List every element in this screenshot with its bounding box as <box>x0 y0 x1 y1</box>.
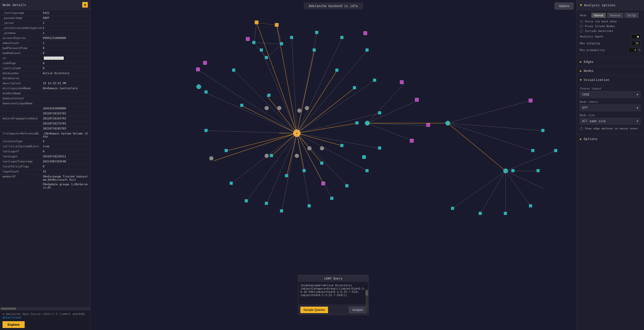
explore-button[interactable]: Explore <box>3 321 25 328</box>
svg-rect-67 <box>355 121 358 124</box>
edges-label: Edges <box>584 60 593 64</box>
property-row: accountExpires99991231000000 <box>0 36 90 41</box>
svg-point-99 <box>265 106 269 110</box>
nodes-label: Nodes <box>584 69 593 73</box>
show-edge-methods-radio[interactable] <box>580 127 583 130</box>
twitter-link[interactable]: @lkarlslund <box>3 316 21 319</box>
property-row: _server1 <box>0 21 90 26</box>
options-chevron: ▶ <box>580 137 582 141</box>
prop-value: 20220718165703 <box>43 117 66 121</box>
property-row: adminCount1 <box>0 41 90 46</box>
prop-key: memberOf <box>3 175 43 181</box>
svg-rect-92 <box>400 80 404 84</box>
analysis-depth-row: Analysis depth ■ <box>580 34 640 39</box>
visualization-section: Choose layout COSE ▼ Node labels Off ▼ N… <box>576 84 644 134</box>
node-details-header: Node details X <box>0 0 90 10</box>
horizontal-scrollbar[interactable] <box>0 307 90 310</box>
svg-rect-131 <box>511 169 514 172</box>
force-too-much-data-radio[interactable] <box>580 20 583 23</box>
property-row: dsCorePropagationData20220718165703 <box>0 116 90 121</box>
force-too-much-data-row: Force too much data <box>580 20 640 23</box>
sample-queries-button[interactable]: Sample Queries <box>300 307 328 313</box>
ldap-scroll-thumb[interactable] <box>366 291 368 296</box>
visualization-section-header[interactable]: ▼ Visualization <box>576 75 644 84</box>
svg-point-102 <box>305 106 309 110</box>
options-section-header[interactable]: ▶ Options <box>576 134 644 143</box>
prop-value: 0 <box>43 67 45 70</box>
prop-key: lastLogon <box>3 155 43 159</box>
min-probability-label: Min probability <box>580 49 629 52</box>
prop-value: 0 <box>43 165 45 169</box>
prune-island-nodes-radio[interactable] <box>580 25 583 28</box>
svg-rect-83 <box>265 202 268 205</box>
graph-area[interactable]: Adalanche backend is idle Options <box>91 0 576 330</box>
property-row: _lastloginage5422 <box>0 11 90 16</box>
prop-value: 20220718185703 <box>43 127 66 131</box>
property-row: instanceType4 <box>0 139 90 144</box>
svg-rect-90 <box>246 37 250 41</box>
property-row: memberOfCN=Exchange Trusted Subsystem,OU… <box>0 174 90 182</box>
svg-rect-62 <box>270 154 273 157</box>
ldap-query-box: LDAP Query (&(dataLoader=Active Director… <box>298 275 369 315</box>
property-row: _passwordage5897 <box>0 16 90 21</box>
svg-rect-93 <box>415 98 419 102</box>
svg-rect-57 <box>267 94 270 97</box>
property-row: CN=Update groupe 1,OU=Servers,DC <box>0 182 90 190</box>
mode-row: Mode Normal Reverse SrcTgt <box>580 13 640 18</box>
nodes-section-header[interactable]: ▶ Nodes <box>576 66 644 75</box>
svg-rect-125 <box>537 169 540 172</box>
node-labels-select[interactable]: Off ▼ <box>580 105 640 111</box>
svg-rect-123 <box>541 129 544 132</box>
prop-value: 19 12:32:52 PM <box>43 82 66 85</box>
prop-value: 20220718220311 <box>43 155 66 159</box>
node-size-chevron: ▼ <box>636 120 638 123</box>
options-button[interactable]: Options <box>555 3 574 10</box>
horizontal-scroll-thumb[interactable] <box>1 308 16 310</box>
mode-btn-normal[interactable]: Normal <box>591 13 606 18</box>
prop-value: 20221002103540 <box>43 160 66 164</box>
prop-key: downLevelLogonName <box>3 102 43 106</box>
property-row: lastLogon20220718220311 <box>0 154 90 159</box>
property-row: dataLoaderActive Directory <box>0 71 90 76</box>
prune-island-nodes-label: Prune Island Nodes <box>585 25 615 28</box>
min-probability-value[interactable]: 0 <box>629 48 638 53</box>
mode-section: Mode Normal Reverse SrcTgt Force too muc… <box>576 10 644 57</box>
node-properties: _lastloginage5422_passwordage5897_server… <box>0 10 90 307</box>
version-text: Adalanche Open Source v2023.5.3 (commit … <box>6 312 86 316</box>
mode-btn-reverse[interactable]: Reverse <box>607 13 623 18</box>
ldap-input[interactable]: (&(dataLoader=Active Directory)(objectCa… <box>298 282 368 304</box>
prop-key: dnsHostName <box>3 92 43 96</box>
percent-sign: % <box>639 49 640 52</box>
collapse-icon[interactable]: ▼ <box>580 3 582 7</box>
svg-rect-66 <box>340 144 343 147</box>
close-button[interactable]: X <box>82 2 88 8</box>
svg-rect-122 <box>529 99 532 102</box>
edges-section-header[interactable]: ▶ Edges <box>576 57 644 66</box>
node-size-select[interactable]: All same size ▼ <box>580 118 640 124</box>
nodes-chevron: ▶ <box>580 69 582 73</box>
svg-rect-75 <box>373 79 376 82</box>
ldap-scrollbar[interactable] <box>366 289 368 312</box>
prop-value: OU=Domain Controllers <box>43 87 78 90</box>
analyze-button[interactable]: Analyze <box>349 307 366 313</box>
property-row: 20220718155702 <box>0 111 90 116</box>
svg-rect-73 <box>340 36 343 39</box>
mode-btn-srctgt[interactable]: SrcTgt <box>625 13 638 18</box>
svg-rect-76 <box>378 111 381 114</box>
layout-select[interactable]: COSE ▼ <box>580 91 640 98</box>
analysis-depth-label: Analysis depth <box>580 35 631 38</box>
svg-rect-53 <box>275 23 278 27</box>
ldap-buttons: Sample Queries Analyze <box>298 305 368 315</box>
analysis-depth-value[interactable]: ■ <box>631 34 640 39</box>
include-backlinks-radio[interactable] <box>580 30 583 33</box>
svg-rect-82 <box>280 209 283 212</box>
property-row: countryCode0 <box>0 66 90 71</box>
edges-chevron: ▶ <box>580 60 582 64</box>
svg-rect-72 <box>315 31 318 34</box>
max-outgoing-value[interactable]: 50 <box>631 41 640 46</box>
prop-key: cn <box>3 57 43 60</box>
left-footer: ⚙ Adalanche Open Source v2023.5.3 (commi… <box>0 310 90 330</box>
prop-key: isCriticalSystemObject <box>3 145 43 149</box>
svg-rect-94 <box>426 123 430 127</box>
svg-rect-91 <box>364 31 367 35</box>
